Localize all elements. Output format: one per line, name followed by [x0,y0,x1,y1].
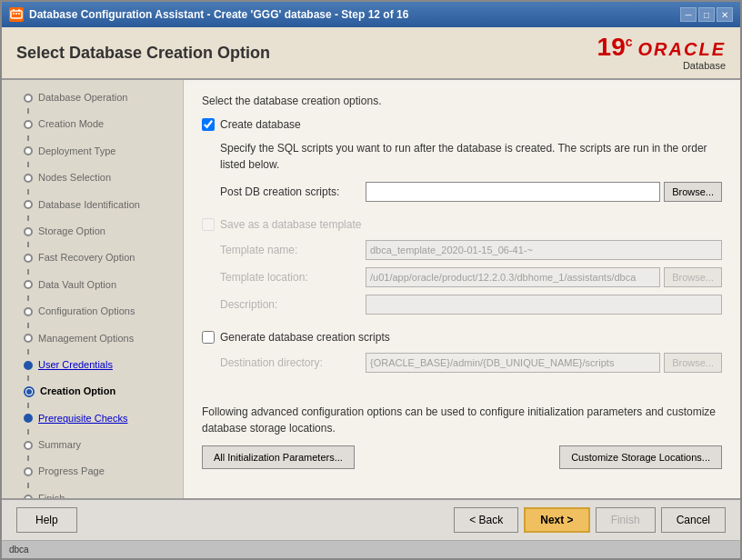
template-location-input [366,267,660,287]
sidebar-item-data-vault-option: Data Vault Option [2,275,183,295]
app-icon [9,7,24,22]
generate-scripts-label: Generate database creation scripts [220,331,390,344]
sidebar-dot-user-credentials [24,361,33,370]
sidebar-label-finish: Finish [38,492,65,498]
header-strip: Select Database Creation Option 19c ORAC… [2,27,740,80]
sidebar-label-deployment-type: Deployment Type [38,145,115,158]
sidebar-item-database-operation: Database Operation [2,87,183,108]
sidebar-dot-database-identification [24,200,33,209]
back-button[interactable]: < Back [454,507,518,533]
sidebar-item-creation-mode: Creation Mode [2,114,183,135]
template-location-label: Template location: [220,271,366,284]
save-template-label: Save as a database template [220,218,361,231]
sidebar-item-summary: Summary [2,435,183,455]
oracle-version: 19c [597,35,633,60]
advanced-buttons: All Initialization Parameters... Customi… [202,445,722,469]
page-title: Select Database Creation Option [16,44,270,63]
next-button[interactable]: Next > [524,507,589,533]
sidebar-label-configuration-options: Configuration Options [38,305,135,318]
create-db-row: Create database [202,118,722,131]
cancel-button[interactable]: Cancel [661,507,726,533]
template-name-input [366,240,722,260]
taskbar-text: dbca [9,545,29,555]
destination-label: Destination directory: [220,356,366,369]
svg-rect-1 [13,13,15,15]
sidebar-item-nodes-selection: Nodes Selection [2,167,183,188]
post-db-description: Specify the SQL scripts you want to run … [220,140,722,173]
sidebar-label-storage-option: Storage Option [38,225,105,238]
description-input [366,295,722,315]
sidebar-dot-fast-recovery-option [24,254,33,263]
sidebar-label-user-credentials: User Credentials [38,358,113,372]
sidebar-dot-prerequisite-checks [24,414,33,423]
sidebar-item-finish: Finish [2,488,183,498]
sidebar-label-database-operation: Database Operation [38,91,127,105]
sidebar-label-progress-page: Progress Page [38,465,105,478]
destination-input [366,353,660,373]
create-database-checkbox[interactable] [202,118,215,131]
svg-rect-2 [15,13,17,15]
sidebar-item-user-credentials[interactable]: User Credentials [2,355,183,375]
sidebar-label-summary: Summary [38,438,81,452]
window-title: Database Configuration Assistant - Creat… [29,8,408,21]
browse-button-2: Browse... [664,267,722,287]
post-db-label: Post DB creation scripts: [220,185,366,198]
save-template-checkbox[interactable] [202,218,215,231]
sidebar-item-fast-recovery-option: Fast Recovery Option [2,247,183,268]
sidebar-dot-deployment-type [24,146,33,155]
post-db-input[interactable] [366,182,660,202]
window-controls: ─ □ ✕ [680,7,733,22]
oracle-sub: Database [683,60,726,71]
create-database-label: Create database [220,118,301,131]
panel-description: Select the database creation options. [202,95,722,107]
sidebar-item-deployment-type: Deployment Type [2,141,183,162]
sidebar-label-database-identification: Database Identification [38,198,140,212]
minimize-button[interactable]: ─ [680,7,697,22]
oracle-brand: ORACLE [638,39,726,60]
destination-row: Destination directory: Browse... [220,353,722,373]
sidebar-label-management-options: Management Options [38,332,134,345]
save-template-row: Save as a database template [202,218,722,231]
generate-scripts-row: Generate database creation scripts [202,331,722,344]
sidebar: Database Operation Creation Mode Deploym… [2,80,184,498]
right-panel: Select the database creation options. Cr… [184,80,740,498]
taskbar-hint: dbca [2,540,740,558]
template-name-label: Template name: [220,244,366,256]
post-db-row: Post DB creation scripts: Browse... [220,182,722,202]
browse-button-1[interactable]: Browse... [664,182,722,202]
template-name-row: Template name: [220,240,722,260]
help-button[interactable]: Help [16,507,77,533]
maximize-button[interactable]: □ [698,7,715,22]
sidebar-label-fast-recovery-option: Fast Recovery Option [38,251,135,265]
sidebar-label-nodes-selection: Nodes Selection [38,171,111,185]
sidebar-dot-storage-option [24,227,33,236]
sidebar-dot-data-vault-option [24,280,33,289]
template-location-row: Template location: Browse... [220,267,722,287]
sidebar-label-prerequisite-checks: Prerequisite Checks [38,412,127,425]
description-row: Description: [220,295,722,315]
close-button[interactable]: ✕ [717,7,733,22]
generate-scripts-checkbox[interactable] [202,331,215,344]
svg-rect-3 [18,13,20,15]
sidebar-dot-nodes-selection [24,174,33,183]
title-bar: Database Configuration Assistant - Creat… [2,2,740,27]
sidebar-item-prerequisite-checks[interactable]: Prerequisite Checks [2,408,183,429]
sidebar-dot-management-options [24,334,33,343]
oracle-logo: 19c ORACLE Database [597,35,726,71]
finish-button[interactable]: Finish [596,507,656,533]
description-label: Description: [220,298,366,311]
browse-button-3: Browse... [664,353,722,373]
sidebar-item-creation-option: Creation Option [2,381,183,402]
sidebar-item-progress-page: Progress Page [2,461,183,482]
oracle-superscript: c [626,35,633,49]
title-bar-left: Database Configuration Assistant - Creat… [9,7,408,22]
sidebar-dot-creation-option [24,386,35,397]
advanced-description: Following advanced configuration options… [202,404,722,436]
sidebar-dot-finish [24,495,33,498]
init-params-button[interactable]: All Initialization Parameters... [202,445,355,469]
sidebar-dot-database-operation [24,94,33,103]
sidebar-item-database-identification: Database Identification [2,195,183,215]
customize-storage-button[interactable]: Customize Storage Locations... [559,445,722,469]
sidebar-item-configuration-options: Configuration Options [2,301,183,322]
sidebar-dot-progress-page [24,467,33,476]
